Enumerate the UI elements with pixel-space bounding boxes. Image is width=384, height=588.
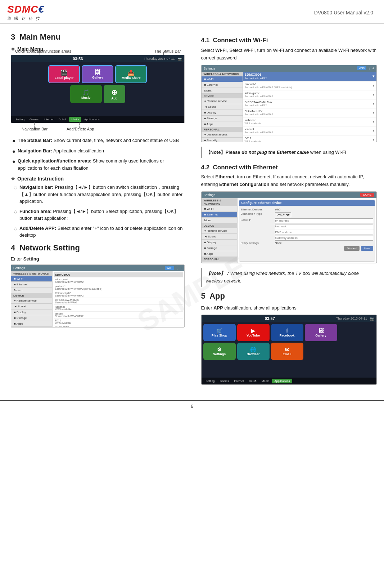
app-nav-setting[interactable]: Setting (204, 379, 217, 383)
nav-dlna[interactable]: DLNA (57, 117, 68, 122)
eth-done-btn[interactable]: DONE (360, 193, 374, 197)
wifi-intro-text: Select Wi-Fi, Select Wi-Fi, turn on Wi-F… (201, 47, 377, 62)
page-footer: 6 (0, 400, 384, 412)
wifi-sidebar-security[interactable]: ■ Security (202, 138, 243, 142)
net-storage-item[interactable]: ■ Storage (11, 315, 52, 321)
app-tile-playshop[interactable]: 🛒 Play Shop (203, 324, 236, 341)
eth-netmask-input[interactable] (275, 224, 374, 229)
wifi-network-lushanap[interactable]: lushanapWPS available ▾ (243, 117, 377, 126)
wifi-sidebar-eth[interactable]: ■ Ethernet (202, 82, 243, 88)
wifi-scr-title: Settings (204, 67, 216, 70)
app-tile-browser[interactable]: 🌐 Browser (237, 343, 270, 360)
app-tile-email[interactable]: ✉ Email (271, 343, 303, 360)
app-tile-gallery2[interactable]: 🖼 Gallery (305, 324, 337, 341)
app-tile-add[interactable]: ⊕ Add (104, 85, 125, 103)
wifi-sidebar-storage[interactable]: ■ Storage (202, 116, 243, 121)
wifi-scr-header: Settings WiFi ⋮ + (202, 65, 377, 72)
eth-config-bold: Ethernet configuration (219, 182, 269, 187)
wifi-item-1[interactable]: sdmc-guestSecured with WPA/WPA2 (54, 277, 183, 284)
menu-row2: 🎵 Music ⊕ Add (70, 85, 125, 103)
wifi-item-3[interactable]: ChinaNet-pllVSecured with WPA/WPA2 (54, 291, 183, 298)
eth-discard-btn[interactable]: Discard (344, 246, 360, 251)
net-sound-item[interactable]: ◄ Sound (11, 304, 52, 309)
logo-sdmc: SDMC (7, 4, 38, 15)
nav-setting[interactable]: Setting (13, 117, 27, 122)
wifi-sidebar-sound[interactable]: ◄ Sound (202, 104, 243, 110)
wifi-network-b611[interactable]: B611WPS available ▾ (243, 135, 377, 142)
eth-sidebar-more[interactable]: More... (202, 218, 237, 223)
eth-gateway-input[interactable] (275, 236, 374, 241)
wifi-scr-btn[interactable]: WiFi (357, 66, 366, 70)
nav-games[interactable]: Games (27, 117, 41, 122)
page-number: 6 (191, 404, 193, 409)
wifi-sidebar-display[interactable]: ■ Display (202, 110, 243, 116)
wifi-sidebar-apps[interactable]: ■ Apps (202, 121, 243, 127)
app-nav-applications[interactable]: Applications (272, 379, 292, 383)
wifi-btn[interactable]: WiFi (165, 266, 174, 270)
wifi-sidebar-location[interactable]: ● Location access (202, 132, 243, 138)
wifi-network-chinanet[interactable]: ChinaNet-pllVSecured with WPA/WPA2 ▾ (243, 108, 377, 117)
wifi-network-sdmc[interactable]: SDMC3006Secured with WPA2 ▾ (243, 72, 377, 81)
app-nav-games[interactable]: Games (217, 379, 231, 383)
app-nav-dlna[interactable]: DLNA (247, 379, 258, 383)
wifi-network-sdmc-guest[interactable]: sdmc-guestSecured with WPA/WPA2 ▾ (243, 90, 377, 99)
net-ethernet-item[interactable]: ■ Ethernet (11, 282, 52, 288)
net-more-item[interactable]: More... (11, 288, 52, 293)
wifi-signal-5: ▾ (372, 110, 375, 115)
app-icon-gallery: 🖼 (95, 69, 100, 76)
app-tile-media[interactable]: 📤 Media Share (115, 65, 147, 83)
app-tile-settings[interactable]: ⚙ Settings (203, 343, 236, 360)
app-tile-music[interactable]: 🎵 Music (70, 85, 102, 103)
eth-field-dns (241, 230, 374, 235)
eth-sidebar-apps[interactable]: ■ Apps (202, 251, 237, 257)
wifi-scr-more[interactable]: ⋮ (367, 66, 371, 70)
net-remote-item[interactable]: ● Remote service (11, 298, 52, 304)
eth-field-gateway (241, 236, 374, 241)
plus-icon[interactable]: + (180, 266, 182, 270)
menu-diagram-wrapper: Quick application/function areas The Sta… (11, 55, 185, 123)
wifi-item-8[interactable]: HK5N_IPTVSecured with WPA/WPA2 (WPS avai… (54, 325, 183, 327)
eth-sidebar-remote[interactable]: ● Remote service (202, 228, 237, 234)
nav-applications[interactable]: Applications (82, 117, 102, 122)
eth-sidebar-wifi[interactable]: ■ Wi-Fi (202, 206, 237, 212)
nav-media[interactable]: Media (69, 117, 81, 122)
app-icon-add: ⊕ (111, 88, 117, 97)
wifi-sidebar-more[interactable]: More... (202, 88, 243, 94)
app-nav-media[interactable]: Media (259, 379, 272, 383)
wifi-item-7[interactable]: B611WPS available (54, 318, 183, 325)
eth-dns-input[interactable] (275, 230, 374, 235)
app-tile-youtube[interactable]: ▶ YouTube (237, 324, 270, 341)
wifi-item-6[interactable]: tencentSecured with WPA/WPA2 (54, 312, 183, 318)
net-apps-item[interactable]: ■ Apps (11, 321, 52, 327)
eth-sidebar-eth[interactable]: ■ Ethernet (202, 212, 237, 218)
eth-save-btn[interactable]: Save (361, 246, 373, 251)
wifi-item-2[interactable]: product-1Secured with WPA/WPA2 (WPS avai… (54, 284, 183, 291)
wifi-item-5[interactable]: lushanapWPS available (54, 305, 183, 312)
app-tile-facebook[interactable]: f Facebook (271, 324, 303, 341)
net-wifi-item[interactable]: ■ Wi-Fi (11, 276, 52, 282)
more-icon[interactable]: ⋮ (175, 266, 179, 270)
wifi-network-product1[interactable]: product-1Secured with WPA/WPA2 (WPS avai… (243, 81, 377, 90)
wifi-signal-4: ▾ (372, 101, 375, 106)
wifi-network-direct[interactable]: DIRECT-AW-Min MaxSecured with WPA2 ▾ (243, 99, 377, 108)
eth-conn-type-select[interactable]: DHCP (275, 212, 291, 217)
eth-ip-input[interactable] (275, 218, 374, 223)
eth-sidebar-location[interactable]: ● Location access (202, 262, 237, 263)
ethernet-intro: Select Ethernet, turn on Ethernet, If ca… (201, 173, 377, 188)
eth-sidebar-display[interactable]: ■ Display (202, 240, 237, 245)
eth-sidebar-storage[interactable]: ■ Storage (202, 245, 237, 251)
app-label-local: Local player (55, 76, 74, 80)
app-tile-local[interactable]: 🎬 Local player (48, 65, 80, 83)
wifi-scr-plus[interactable]: + (372, 66, 374, 70)
nav-internet[interactable]: Internet (42, 117, 56, 122)
app-nav-internet[interactable]: Internet (232, 379, 246, 383)
net-display-item[interactable]: ■ Display (11, 309, 52, 315)
wifi-item-4[interactable]: DIRECT-AW-MiniMaxSecured with WPA2 (54, 298, 183, 305)
net-section-wireless: WIRELESS & NETWORKS (11, 271, 52, 276)
wifi-sidebar-remote[interactable]: ● Remote service (202, 98, 243, 104)
note1-box: 【Note】Please do not plug the Ethernet ca… (201, 147, 377, 159)
eth-sidebar-sound[interactable]: ◄ Sound (202, 234, 237, 240)
wifi-sidebar-wifi[interactable]: ■ Wi-Fi (202, 76, 243, 82)
wifi-network-tencent[interactable]: tencentSecured with WPA/WPA2 ▾ (243, 126, 377, 135)
app-tile-gallery[interactable]: 🖼 Gallery (82, 65, 113, 83)
